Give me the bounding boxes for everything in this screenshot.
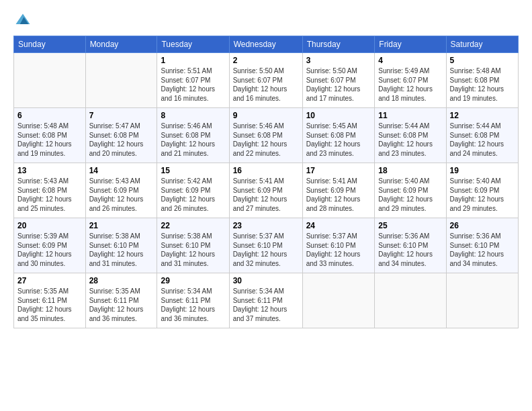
day-number: 30 [233,276,299,285]
calendar-cell: 12Sunrise: 5:44 AMSunset: 6:08 PMDayligh… [446,108,518,163]
day-number: 5 [450,56,515,65]
cell-info: Sunrise: 5:39 AMSunset: 6:09 PMDaylight:… [17,232,82,268]
calendar-cell: 18Sunrise: 5:40 AMSunset: 6:09 PMDayligh… [375,163,446,218]
cell-info: Sunrise: 5:45 AMSunset: 6:08 PMDaylight:… [306,122,371,158]
day-number: 15 [161,166,225,175]
calendar-header-row: Sunday Monday Tuesday Wednesday Thursday… [14,36,519,53]
day-number: 11 [378,111,442,120]
page: Sunday Monday Tuesday Wednesday Thursday… [0,0,532,411]
cell-info: Sunrise: 5:44 AMSunset: 6:08 PMDaylight:… [378,122,442,158]
col-sunday: Sunday [14,36,86,53]
day-number: 2 [233,56,299,65]
cell-info: Sunrise: 5:36 AMSunset: 6:10 PMDaylight:… [378,232,442,268]
cell-info: Sunrise: 5:50 AMSunset: 6:07 PMDaylight:… [233,66,299,103]
day-number: 27 [17,276,82,285]
day-number: 1 [161,56,225,65]
col-monday: Monday [85,36,157,53]
day-number: 6 [17,111,82,120]
day-number: 28 [89,276,154,285]
cell-info: Sunrise: 5:41 AMSunset: 6:09 PMDaylight:… [233,177,299,213]
calendar-cell: 27Sunrise: 5:35 AMSunset: 6:11 PMDayligh… [14,273,86,328]
cell-info: Sunrise: 5:37 AMSunset: 6:10 PMDaylight:… [233,232,299,268]
calendar-cell: 21Sunrise: 5:38 AMSunset: 6:10 PMDayligh… [85,218,157,273]
cell-info: Sunrise: 5:34 AMSunset: 6:11 PMDaylight:… [161,287,225,323]
calendar-cell: 14Sunrise: 5:43 AMSunset: 6:09 PMDayligh… [85,163,157,218]
day-number: 21 [89,221,154,230]
cell-info: Sunrise: 5:34 AMSunset: 6:11 PMDaylight:… [233,287,299,323]
calendar-cell: 7Sunrise: 5:47 AMSunset: 6:08 PMDaylight… [85,108,157,163]
day-number: 14 [89,166,154,175]
cell-info: Sunrise: 5:36 AMSunset: 6:10 PMDaylight:… [450,232,515,268]
calendar-cell: 5Sunrise: 5:48 AMSunset: 6:08 PMDaylight… [446,53,518,108]
day-number: 12 [450,111,515,120]
calendar-week-row: 6Sunrise: 5:48 AMSunset: 6:08 PMDaylight… [14,108,519,163]
calendar-cell: 11Sunrise: 5:44 AMSunset: 6:08 PMDayligh… [375,108,446,163]
calendar-cell: 25Sunrise: 5:36 AMSunset: 6:10 PMDayligh… [375,218,446,273]
day-number: 17 [306,166,371,175]
day-number: 18 [378,166,442,175]
day-number: 9 [233,111,299,120]
cell-info: Sunrise: 5:40 AMSunset: 6:09 PMDaylight:… [378,177,442,213]
day-number: 23 [233,221,299,230]
day-number: 16 [233,166,299,175]
col-saturday: Saturday [446,36,518,53]
calendar-cell: 17Sunrise: 5:41 AMSunset: 6:09 PMDayligh… [302,163,375,218]
cell-info: Sunrise: 5:50 AMSunset: 6:07 PMDaylight:… [306,66,371,103]
col-thursday: Thursday [302,36,375,53]
day-number: 8 [161,111,225,120]
calendar-cell: 3Sunrise: 5:50 AMSunset: 6:07 PMDaylight… [302,53,375,108]
calendar-cell: 10Sunrise: 5:45 AMSunset: 6:08 PMDayligh… [302,108,375,163]
col-wednesday: Wednesday [229,36,302,53]
cell-info: Sunrise: 5:38 AMSunset: 6:10 PMDaylight:… [161,232,225,268]
calendar-cell: 29Sunrise: 5:34 AMSunset: 6:11 PMDayligh… [157,273,229,328]
cell-info: Sunrise: 5:46 AMSunset: 6:08 PMDaylight:… [233,122,299,158]
cell-info: Sunrise: 5:49 AMSunset: 6:07 PMDaylight:… [378,66,442,103]
day-number: 3 [306,56,371,65]
calendar-cell [302,273,375,328]
cell-info: Sunrise: 5:35 AMSunset: 6:11 PMDaylight:… [17,287,82,323]
day-number: 13 [17,166,82,175]
cell-info: Sunrise: 5:43 AMSunset: 6:09 PMDaylight:… [89,177,154,213]
calendar-cell: 1Sunrise: 5:51 AMSunset: 6:07 PMDaylight… [157,53,229,108]
calendar-cell: 8Sunrise: 5:46 AMSunset: 6:08 PMDaylight… [157,108,229,163]
calendar: Sunday Monday Tuesday Wednesday Thursday… [13,36,519,328]
calendar-cell: 28Sunrise: 5:35 AMSunset: 6:11 PMDayligh… [85,273,157,328]
calendar-cell: 22Sunrise: 5:38 AMSunset: 6:10 PMDayligh… [157,218,229,273]
logo-icon [13,10,32,29]
col-friday: Friday [375,36,446,53]
cell-info: Sunrise: 5:35 AMSunset: 6:11 PMDaylight:… [89,287,154,323]
day-number: 22 [161,221,225,230]
day-number: 7 [89,111,154,120]
calendar-cell: 23Sunrise: 5:37 AMSunset: 6:10 PMDayligh… [229,218,302,273]
day-number: 20 [17,221,82,230]
calendar-cell: 9Sunrise: 5:46 AMSunset: 6:08 PMDaylight… [229,108,302,163]
calendar-week-row: 13Sunrise: 5:43 AMSunset: 6:08 PMDayligh… [14,163,519,218]
calendar-cell: 26Sunrise: 5:36 AMSunset: 6:10 PMDayligh… [446,218,518,273]
day-number: 4 [378,56,442,65]
calendar-week-row: 1Sunrise: 5:51 AMSunset: 6:07 PMDaylight… [14,53,519,108]
calendar-cell [85,53,157,108]
cell-info: Sunrise: 5:44 AMSunset: 6:08 PMDaylight:… [450,122,515,158]
calendar-week-row: 20Sunrise: 5:39 AMSunset: 6:09 PMDayligh… [14,218,519,273]
calendar-cell: 6Sunrise: 5:48 AMSunset: 6:08 PMDaylight… [14,108,86,163]
cell-info: Sunrise: 5:46 AMSunset: 6:08 PMDaylight:… [161,122,225,158]
day-number: 10 [306,111,371,120]
cell-info: Sunrise: 5:38 AMSunset: 6:10 PMDaylight:… [89,232,154,268]
calendar-cell: 20Sunrise: 5:39 AMSunset: 6:09 PMDayligh… [14,218,86,273]
calendar-cell: 24Sunrise: 5:37 AMSunset: 6:10 PMDayligh… [302,218,375,273]
calendar-cell: 30Sunrise: 5:34 AMSunset: 6:11 PMDayligh… [229,273,302,328]
calendar-week-row: 27Sunrise: 5:35 AMSunset: 6:11 PMDayligh… [14,273,519,328]
cell-info: Sunrise: 5:48 AMSunset: 6:08 PMDaylight:… [17,122,82,158]
cell-info: Sunrise: 5:37 AMSunset: 6:10 PMDaylight:… [306,232,371,268]
day-number: 24 [306,221,371,230]
cell-info: Sunrise: 5:41 AMSunset: 6:09 PMDaylight:… [306,177,371,213]
day-number: 29 [161,276,225,285]
calendar-cell: 15Sunrise: 5:42 AMSunset: 6:09 PMDayligh… [157,163,229,218]
cell-info: Sunrise: 5:40 AMSunset: 6:09 PMDaylight:… [450,177,515,213]
cell-info: Sunrise: 5:47 AMSunset: 6:08 PMDaylight:… [89,122,154,158]
calendar-cell: 13Sunrise: 5:43 AMSunset: 6:08 PMDayligh… [14,163,86,218]
calendar-cell: 19Sunrise: 5:40 AMSunset: 6:09 PMDayligh… [446,163,518,218]
calendar-cell [14,53,86,108]
day-number: 26 [450,221,515,230]
cell-info: Sunrise: 5:43 AMSunset: 6:08 PMDaylight:… [17,177,82,213]
